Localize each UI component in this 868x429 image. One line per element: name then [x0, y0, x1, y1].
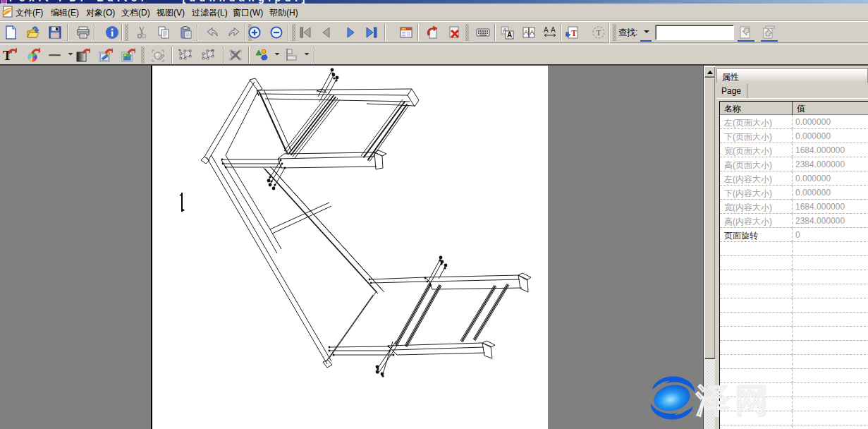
svg-text:T: T: [571, 28, 577, 38]
svg-text:A: A: [507, 31, 512, 39]
svg-text:A: A: [530, 29, 534, 36]
svg-text:A: A: [551, 26, 556, 34]
svg-text:A: A: [524, 29, 528, 36]
svg-text:A: A: [544, 26, 549, 34]
svg-text:T: T: [597, 28, 601, 37]
